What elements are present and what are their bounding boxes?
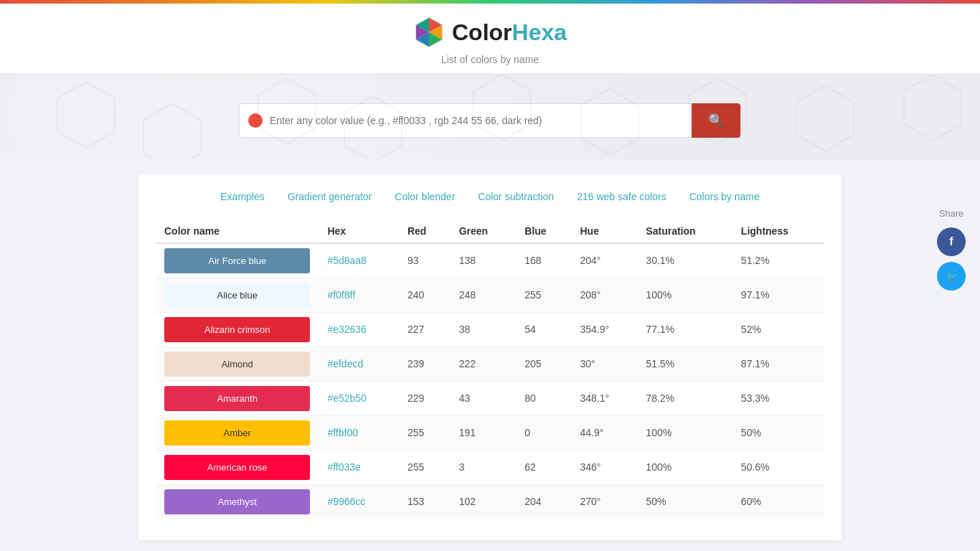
nav-links: Examples Gradient generator Color blende…	[156, 191, 824, 202]
color-swatch[interactable]: Alizarin crimson	[164, 317, 310, 342]
cell-red: 93	[399, 243, 451, 278]
cell-hue: 204°	[572, 243, 638, 278]
svg-marker-9	[904, 75, 961, 141]
search-box: 🔍	[239, 103, 741, 138]
cell-red: 255	[399, 415, 451, 450]
hex-link[interactable]: #e32636	[327, 324, 367, 335]
cell-hue: 354.9°	[572, 312, 638, 347]
cell-lightness: 52%	[732, 312, 824, 347]
nav-subtraction[interactable]: Color subtraction	[478, 191, 554, 202]
cell-green: 102	[451, 484, 517, 519]
cell-hex: #ff033e	[319, 450, 399, 484]
hex-link[interactable]: #ff033e	[327, 461, 360, 473]
svg-marker-1	[57, 82, 115, 148]
col-red: Red	[399, 220, 451, 243]
color-table: Color name Hex Red Green Blue Hue Satura…	[156, 220, 824, 519]
cell-green: 3	[451, 450, 517, 484]
cell-blue: 80	[516, 381, 571, 415]
col-lightness: Lightness	[732, 220, 824, 243]
cell-blue: 205	[516, 347, 571, 381]
cell-lightness: 87.1%	[732, 347, 824, 381]
cell-blue: 54	[516, 312, 571, 347]
svg-marker-2	[143, 103, 201, 159]
cell-hue: 346°	[572, 450, 638, 484]
cell-red: 229	[399, 381, 451, 415]
logo-icon	[413, 17, 445, 48]
cell-blue: 62	[516, 450, 571, 484]
color-swatch[interactable]: Almond	[164, 352, 310, 377]
col-saturation: Saturation	[637, 220, 732, 243]
color-swatch[interactable]: American rose	[164, 455, 310, 480]
cell-lightness: 50%	[732, 415, 824, 450]
cell-hex: #ffbf00	[319, 415, 399, 450]
nav-byname[interactable]: Colors by name	[689, 191, 760, 202]
nav-blender[interactable]: Color blender	[395, 191, 455, 202]
cell-hue: 270°	[572, 484, 638, 519]
nav-gradient[interactable]: Gradient generator	[288, 191, 372, 202]
header: ColorHexa List of colors by name	[0, 4, 980, 75]
col-hue: Hue	[572, 220, 638, 243]
cell-saturation: 30.1%	[637, 243, 732, 278]
table-row: American rose#ff033e255362346°100%50.6%	[156, 450, 824, 484]
table-row: Alice blue#f0f8ff240248255208°100%97.1%	[156, 278, 824, 312]
color-swatch[interactable]: Amaranth	[164, 386, 310, 411]
color-swatch[interactable]: Amethyst	[164, 489, 310, 514]
cell-lightness: 51.2%	[732, 243, 824, 278]
color-swatch[interactable]: Amber	[164, 420, 310, 446]
cell-hex: #e52b50	[319, 381, 399, 415]
table-row: Alizarin crimson#e326362273854354.9°77.1…	[156, 312, 824, 347]
hex-link[interactable]: #5d8aa8	[327, 255, 367, 266]
cell-hex: #9966cc	[319, 484, 399, 519]
hex-link[interactable]: #9966cc	[327, 496, 365, 507]
cell-blue: 255	[516, 278, 571, 312]
cell-lightness: 50.6%	[732, 450, 824, 484]
cell-hex: #e32636	[319, 312, 399, 347]
cell-lightness: 97.1%	[732, 278, 824, 312]
col-hex: Hex	[319, 220, 399, 243]
search-button[interactable]: 🔍	[692, 103, 740, 138]
facebook-button[interactable]: f	[937, 227, 966, 256]
nav-examples[interactable]: Examples	[220, 191, 264, 202]
nav-websafe[interactable]: 216 web safe colors	[577, 191, 666, 202]
hex-link[interactable]: #e52b50	[327, 392, 367, 404]
logo[interactable]: ColorHexa	[413, 17, 567, 48]
header-subtitle: List of colors by name	[0, 54, 980, 65]
cell-blue: 168	[516, 243, 571, 278]
hex-link[interactable]: #ffbf00	[327, 427, 358, 438]
share-sidebar: Share f 🐦	[937, 208, 966, 291]
table-row: Amber#ffbf00255191044.9°100%50%	[156, 415, 824, 450]
svg-marker-8	[796, 85, 854, 151]
color-swatch[interactable]: Alice blue	[164, 283, 310, 308]
cell-saturation: 78.2%	[637, 381, 732, 415]
cell-red: 227	[399, 312, 451, 347]
logo-text: ColorHexa	[452, 19, 567, 46]
col-green: Green	[451, 220, 517, 243]
search-area: 🔍	[0, 75, 980, 159]
color-table-body: Air Force blue#5d8aa893138168204°30.1%51…	[156, 243, 824, 519]
cell-red: 239	[399, 347, 451, 381]
logo-color: Color	[452, 19, 512, 45]
twitter-icon: 🐦	[946, 270, 958, 282]
cell-hex: #f0f8ff	[319, 278, 399, 312]
col-blue: Blue	[516, 220, 571, 243]
color-swatch[interactable]: Air Force blue	[164, 248, 310, 273]
cell-saturation: 100%	[637, 415, 732, 450]
cell-blue: 0	[516, 415, 571, 450]
cell-blue: 204	[516, 484, 571, 519]
cell-green: 138	[451, 243, 517, 278]
cell-hex: #efdecd	[319, 347, 399, 381]
cell-red: 240	[399, 278, 451, 312]
cell-saturation: 100%	[637, 450, 732, 484]
cell-green: 43	[451, 381, 517, 415]
search-input[interactable]	[270, 115, 692, 126]
twitter-button[interactable]: 🐦	[937, 262, 966, 291]
col-name: Color name	[156, 220, 319, 243]
hex-link[interactable]: #f0f8ff	[327, 289, 355, 301]
cell-lightness: 60%	[732, 484, 824, 519]
cell-saturation: 51.5%	[637, 347, 732, 381]
cell-green: 248	[451, 278, 517, 312]
hex-link[interactable]: #efdecd	[327, 358, 363, 369]
cell-saturation: 77.1%	[637, 312, 732, 347]
cell-hue: 44.9°	[572, 415, 638, 450]
cell-lightness: 53.3%	[732, 381, 824, 415]
